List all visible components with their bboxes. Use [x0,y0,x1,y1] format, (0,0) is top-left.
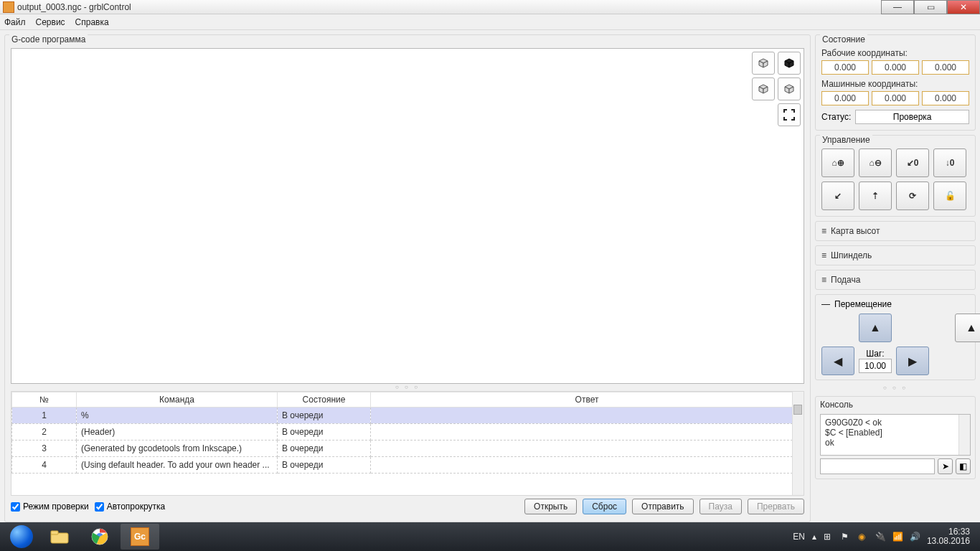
tray-action-center-icon[interactable]: ⊞ [824,532,834,542]
gcode-table[interactable]: № Команда Состояние Ответ 1 % В очереди [11,391,804,496]
view-side-button[interactable] [778,77,801,100]
open-button[interactable]: Открыть [524,499,577,514]
jog-y-plus[interactable]: ▲ [859,314,892,342]
send-command-button[interactable]: ➤ [938,458,953,474]
check-mode-checkbox[interactable]: Режим проверки [11,501,89,512]
step-label: Шаг: [859,349,892,359]
minimize-button[interactable]: — [881,0,914,14]
view-iso-button[interactable] [778,52,801,75]
reset-grbl-button[interactable]: ⟳ [896,182,929,210]
state-legend: Состояние [820,34,867,44]
reset-button[interactable]: Сброс [583,499,626,514]
safe-z-button[interactable]: ⇡ [859,182,892,210]
jog-group: —Перемещение ▲ ▲ ◀ Шаг: 10.00 ▶ [815,294,976,380]
maximize-button[interactable]: ▭ [914,0,947,14]
view-top-button[interactable] [752,52,775,75]
console-line: $C < [Enabled] [825,428,966,438]
jog-x-plus[interactable]: ▶ [896,347,929,375]
refresh-icon: ⟳ [909,191,916,201]
zero-z-button[interactable]: ↓0 [933,149,966,177]
taskbar-explorer[interactable] [40,524,79,550]
safe-z-icon: ⇡ [872,191,879,201]
preview-viewport[interactable] [11,48,804,384]
status-value: Проверка [855,110,969,124]
start-button[interactable] [4,524,39,550]
table-row[interactable]: 4 (Using default header. To add your own… [12,457,804,474]
console-line: G90G0Z0 < ok [825,418,966,428]
taskbar-grblcontrol[interactable]: Gc [121,524,159,550]
tray-up-icon[interactable]: ▴ [812,532,816,542]
tray-power-icon[interactable]: 🔌 [875,532,885,542]
gcode-group: G-code программа [4,34,811,522]
control-group: Управление ⌂⊕ ⌂⊖ ↙0 ↓0 ↙ ⇡ ⟳ 🔓 [815,135,976,217]
title-bar: output_0003.ngc - grblControl — ▭ ✕ [0,0,980,14]
autoscroll-checkbox[interactable]: Автопрокрутка [95,501,165,512]
origin-button[interactable]: ↙ [821,182,854,210]
zero-xy-icon: ↙0 [907,158,919,168]
right-splitter[interactable]: ○ ○ ○ [815,385,976,392]
tray-volume-icon[interactable]: 🔊 [910,532,920,542]
spindle-section[interactable]: ≡Шпиндель [815,245,976,265]
unlock-button[interactable]: 🔓 [933,182,966,210]
probe-button[interactable]: ⌂⊖ [859,149,892,177]
gcode-legend: G-code программа [9,34,88,44]
taskbar-chrome[interactable] [80,524,119,550]
work-z: 0.000 [922,60,969,75]
home-icon: ⌂⊕ [831,158,844,168]
col-state[interactable]: Состояние [278,392,371,408]
abort-button: Прервать [748,499,804,514]
col-resp[interactable]: Ответ [371,392,804,408]
work-x: 0.000 [821,60,869,75]
state-group: Состояние Рабочие координаты: 0.000 0.00… [815,34,976,131]
unlock-icon: 🔓 [945,191,956,201]
table-scrollthumb[interactable] [793,405,802,415]
svg-rect-1 [51,531,58,534]
chrome-icon [91,528,108,545]
send-button[interactable]: Отправить [632,499,694,514]
menu-icon: ≡ [821,250,826,260]
console-output[interactable]: G90G0Z0 < ok $C < [Enabled] ok [820,414,971,456]
table-row[interactable]: 3 (Generated by gcodetools from Inkscape… [12,441,804,457]
console-group: Консоль G90G0Z0 < ok $C < [Enabled] ok ➤… [815,396,976,479]
view-front-button[interactable] [752,77,775,100]
tray-lang[interactable]: EN [793,532,805,542]
zero-xy-button[interactable]: ↙0 [896,149,929,177]
taskbar[interactable]: Gc EN ▴ ⊞ ⚑ ◉ 🔌 📶 🔊 16:33 13.08.2016 [0,522,980,551]
table-row[interactable]: 2 (Header) В очереди [12,424,804,441]
menu-service[interactable]: Сервис [36,17,65,27]
col-no[interactable]: № [12,392,77,408]
home-button[interactable]: ⌂⊕ [821,149,854,177]
jog-x-minus[interactable]: ◀ [821,347,854,375]
tray-app-icon[interactable]: ◉ [858,532,868,542]
machine-y: 0.000 [872,91,919,105]
console-legend: Консоль [820,400,971,411]
jog-z-plus[interactable]: ▲ [955,314,980,342]
folder-icon [50,529,70,545]
menu-help[interactable]: Справка [75,17,109,27]
splitter-handle[interactable]: ○ ○ ○ [11,384,804,391]
zero-z-icon: ↓0 [946,158,955,168]
console-line: ok [825,438,966,448]
jog-legend: Перемещение [834,299,892,309]
col-cmd[interactable]: Команда [77,392,278,408]
menu-file[interactable]: Файл [4,17,26,27]
tray-flag-icon[interactable]: ⚑ [841,532,851,542]
feed-section[interactable]: ≡Подача [815,270,976,290]
heightmap-section[interactable]: ≡Карта высот [815,221,976,241]
machine-coords-label: Машинные координаты: [821,79,969,89]
menu-bar: Файл Сервис Справка [0,14,980,30]
menu-icon: ≡ [821,275,826,285]
view-fit-button[interactable] [778,103,801,126]
console-scrollbar[interactable] [958,415,970,455]
console-input[interactable] [820,458,935,474]
table-row[interactable]: 1 % В очереди [12,408,804,424]
clear-console-button[interactable]: ◧ [956,458,971,474]
work-coords-label: Рабочие координаты: [821,48,969,58]
send-icon: ➤ [942,461,949,471]
step-value[interactable]: 10.00 [859,359,892,373]
app-icon [3,1,14,13]
tray-network-icon[interactable]: 📶 [892,532,903,542]
tray-clock[interactable]: 16:33 13.08.2016 [927,527,976,546]
close-button[interactable]: ✕ [947,0,980,14]
collapse-icon[interactable]: — [821,299,830,309]
